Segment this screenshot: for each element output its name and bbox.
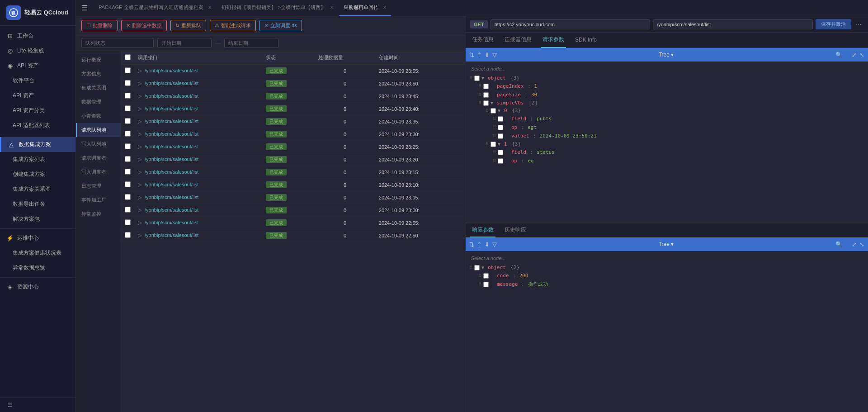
toggle-icon[interactable]: ▼ <box>491 100 495 105</box>
row-api[interactable]: ▷ /yonbip/scm/salesout/list <box>134 141 262 153</box>
close-tab-icon[interactable]: ✕ <box>383 5 387 10</box>
row-api[interactable]: ▷ /yonbip/scm/salesout/list <box>134 217 262 229</box>
row-checkbox[interactable] <box>121 204 134 217</box>
sub-nav-xiaoming[interactable]: 小青查数 <box>76 109 121 123</box>
toggle-icon[interactable]: ▼ <box>481 76 486 81</box>
table-row[interactable]: ▷ /yonbip/scm/salesout/list 已完成 0 2024-1… <box>121 115 465 128</box>
row-checkbox[interactable] <box>121 179 134 191</box>
sidebar-item-lite[interactable]: ◎ Lite 轻集成 <box>0 43 75 58</box>
tree-node-checkbox[interactable] <box>498 116 503 122</box>
tree-funnel-icon[interactable]: ▽ <box>492 52 497 58</box>
sidebar-item-data-integration[interactable]: △ 数据集成方案 <box>0 137 75 152</box>
tree-row-field1[interactable]: ⠿ field ： pubts <box>466 114 868 123</box>
drag-handle[interactable]: ⠿ <box>493 125 496 130</box>
sub-nav-plan-info[interactable]: 方案信息 <box>76 67 121 81</box>
table-row[interactable]: ▷ /yonbip/scm/salesout/list 已完成 0 2024-1… <box>121 229 465 242</box>
row-api[interactable]: ▷ /yonbip/scm/salesout/list <box>134 128 262 141</box>
start-date-filter[interactable] <box>157 38 212 48</box>
api-link[interactable]: /yonbip/scm/salesout/list <box>145 182 198 187</box>
sub-nav-exception-monitor[interactable]: 异常监控 <box>76 207 121 221</box>
tree-collapse-icon2[interactable]: ⤡ <box>859 241 864 248</box>
sub-nav-write-coordinator[interactable]: 写入调度者 <box>76 165 121 179</box>
row-api[interactable]: ▷ /yonbip/scm/salesout/list <box>134 191 262 204</box>
tree-node-checkbox[interactable] <box>483 100 489 106</box>
sidebar-item-software-platform[interactable]: 软件平台 <box>0 73 75 88</box>
sidebar-item-integration-list[interactable]: 集成方案列表 <box>0 152 75 167</box>
row-checkbox[interactable] <box>121 141 134 153</box>
tree-row-op2[interactable]: ⠿ op ： eq <box>466 156 868 165</box>
tab-sdk-info[interactable]: SDK Info <box>573 33 599 48</box>
tree-node-checkbox[interactable] <box>483 273 489 279</box>
row-select-checkbox[interactable] <box>125 67 131 73</box>
drag-handle[interactable]: ⠿ <box>478 282 481 287</box>
table-row[interactable]: ▷ /yonbip/scm/salesout/list 已完成 0 2024-1… <box>121 191 465 204</box>
drag-handle[interactable]: ⠿ <box>478 84 481 89</box>
tree-node-checkbox[interactable] <box>474 76 480 81</box>
more-options-icon[interactable]: ··· <box>854 20 863 28</box>
api-link[interactable]: /yonbip/scm/salesout/list <box>145 106 198 111</box>
sidebar-item-api-adapter[interactable]: API 适配器列表 <box>0 118 75 133</box>
drag-handle[interactable]: ⠿ <box>469 265 472 270</box>
sub-nav-integration-map[interactable]: 集成关系图 <box>76 81 121 95</box>
row-api[interactable]: ▷ /yonbip/scm/salesout/list <box>134 103 262 115</box>
tree-node-checkbox[interactable] <box>483 282 489 287</box>
sidebar-item-create-integration[interactable]: 创建集成方案 <box>0 167 75 182</box>
api-link[interactable]: /yonbip/scm/salesout/list <box>145 156 198 162</box>
row-select-checkbox[interactable] <box>125 232 131 238</box>
schedule-button[interactable]: ⊙ 立刻调度 ds <box>259 20 302 31</box>
row-api[interactable]: ▷ /yonbip/scm/salesout/list <box>134 204 262 217</box>
tree-sort-icon2[interactable]: ⇑ <box>477 241 482 248</box>
tree-node-checkbox[interactable] <box>498 150 503 155</box>
sidebar-item-api-assets[interactable]: ◉ API 资产 <box>0 58 75 73</box>
tab-package[interactable]: PACKAGE-全蝶云星辰物料写入旺店通货品档案 ✕ <box>94 0 216 16</box>
row-checkbox[interactable] <box>121 115 134 128</box>
batch-delete-button[interactable]: ☐ 批量删除 <box>81 20 118 31</box>
row-api[interactable]: ▷ /yonbip/scm/salesout/list <box>134 153 262 166</box>
sidebar-item-data-export[interactable]: 数据导出任务 <box>0 197 75 212</box>
table-row[interactable]: ▷ /yonbip/scm/salesout/list 已完成 0 2024-1… <box>121 141 465 153</box>
drag-handle[interactable]: ⠿ <box>493 116 496 121</box>
tree-node-checkbox[interactable] <box>491 142 496 147</box>
status-filter[interactable] <box>81 38 154 48</box>
row-api[interactable]: ▷ /yonbip/scm/salesout/list <box>134 77 262 90</box>
resp-row-object[interactable]: ⠿ ▼ object {2} <box>466 264 868 271</box>
api-link[interactable]: /yonbip/scm/salesout/list <box>145 93 198 99</box>
table-row[interactable]: ▷ /yonbip/scm/salesout/list 已完成 0 2024-1… <box>121 128 465 141</box>
tree-row-0[interactable]: ⠿ ▼ 0 {3} <box>466 107 868 114</box>
api-link[interactable]: /yonbip/scm/salesout/list <box>145 220 198 225</box>
tree-node-checkbox[interactable] <box>483 84 489 89</box>
sub-nav-event-factory[interactable]: 事件加工厂 <box>76 193 121 207</box>
tree-node-checkbox[interactable] <box>491 108 496 114</box>
row-select-checkbox[interactable] <box>125 80 131 86</box>
end-date-filter[interactable] <box>224 38 278 48</box>
row-select-checkbox[interactable] <box>125 93 131 99</box>
tab-purchase[interactable]: 采购退料单回传 ✕ <box>339 0 391 16</box>
drag-handle[interactable]: ⠿ <box>478 273 481 278</box>
tree-collapse-icon[interactable]: ⤡ <box>859 52 864 58</box>
drag-handle[interactable]: ⠿ <box>493 158 496 163</box>
row-checkbox[interactable] <box>121 191 134 204</box>
tree-row-op1[interactable]: ⠿ op ： egt <box>466 123 868 132</box>
toggle-icon[interactable]: ▼ <box>498 142 502 147</box>
sidebar-item-ops-center[interactable]: ⚡ 运维中心 <box>0 231 75 246</box>
api-link[interactable]: /yonbip/scm/salesout/list <box>145 169 198 175</box>
tree-node-checkbox[interactable] <box>498 158 503 164</box>
api-link[interactable]: /yonbip/scm/salesout/list <box>145 207 198 213</box>
table-row[interactable]: ▷ /yonbip/scm/salesout/list 已完成 0 2024-1… <box>121 179 465 191</box>
table-row[interactable]: ▷ /yonbip/scm/salesout/list 已完成 0 2024-1… <box>121 77 465 90</box>
resp-tab-history[interactable]: 历史响应 <box>503 223 528 237</box>
sub-nav-running[interactable]: 运行概况 <box>76 53 121 67</box>
row-checkbox[interactable] <box>121 103 134 115</box>
row-checkbox[interactable] <box>121 90 134 103</box>
row-select-checkbox[interactable] <box>125 143 131 149</box>
sidebar-item-resource-center[interactable]: ◈ 资源中心 <box>0 279 75 294</box>
table-row[interactable]: ▷ /yonbip/scm/salesout/list 已完成 0 2024-1… <box>121 65 465 77</box>
tree-row-pageindex[interactable]: ⠿ pageIndex ： 1 <box>466 82 868 90</box>
save-activate-button[interactable]: 保存并激活 <box>816 19 851 29</box>
tree-node-checkbox[interactable] <box>498 125 503 130</box>
response-tree-search[interactable] <box>835 241 849 247</box>
table-row[interactable]: ▷ /yonbip/scm/salesout/list 已完成 0 2024-1… <box>121 217 465 229</box>
tab-connector-info[interactable]: 连接器信息 <box>503 33 533 48</box>
api-link[interactable]: /yonbip/scm/salesout/list <box>145 68 198 73</box>
tree-node-checkbox[interactable] <box>483 92 489 98</box>
